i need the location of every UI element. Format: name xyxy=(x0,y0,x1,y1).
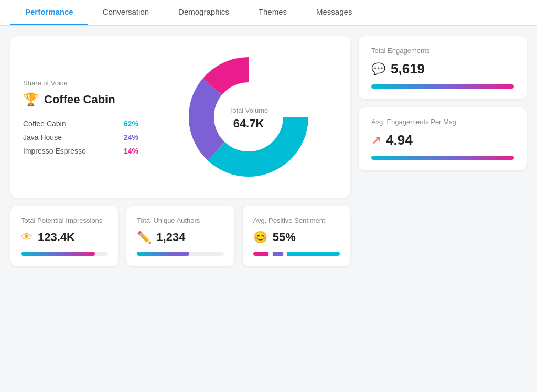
nav-tabs: Performance Conversation Demographics Th… xyxy=(0,0,537,26)
authors-bar-fill xyxy=(137,252,189,256)
sov-item-java-house: Java House 24% xyxy=(23,133,138,141)
impressions-bar-fill xyxy=(21,252,95,256)
avg-engagements-label: Avg. Engagements Per Msg xyxy=(371,118,514,126)
sov-item-impresso: Impresso Espresso 14% xyxy=(23,147,138,155)
donut-total-label: Total Volume xyxy=(229,106,268,114)
smile-icon: 😊 xyxy=(253,231,267,244)
donut-chart: Total Volume 64.7K xyxy=(159,49,338,185)
sov-item-pct-1: 62% xyxy=(124,119,138,128)
arrow-up-icon: ↗ xyxy=(371,134,381,147)
tab-conversation[interactable]: Conversation xyxy=(88,0,164,25)
sov-item-coffee-cabin: Coffee Cabin 62% xyxy=(23,119,138,128)
right-column: Total Engagements 💬 5,619 Avg. Engagemen… xyxy=(359,36,527,266)
sentiment-value: 55% xyxy=(273,231,296,244)
total-engagements-value: 5,619 xyxy=(391,61,425,77)
authors-label: Total Unique Authors xyxy=(137,216,223,224)
sov-item-name-3: Impresso Espresso xyxy=(23,147,86,155)
sentiment-card: Avg. Positive Sentiment 😊 55% xyxy=(243,206,350,266)
trophy-icon: 🏆 xyxy=(23,92,39,107)
pencil-icon: ✏️ xyxy=(137,231,151,244)
sov-label: Share of Voice xyxy=(23,79,138,87)
avg-engagements-card: Avg. Engagements Per Msg ↗ 4.94 xyxy=(359,107,527,170)
sov-item-name-2: Java House xyxy=(23,133,62,141)
sov-item-name-1: Coffee Cabin xyxy=(23,119,66,128)
sentiment-label: Avg. Positive Sentiment xyxy=(253,216,340,224)
total-engagements-card: Total Engagements 💬 5,619 xyxy=(359,36,527,99)
sentiment-value-row: 😊 55% xyxy=(253,231,340,244)
donut-svg: Total Volume 64.7K xyxy=(180,49,317,185)
impressions-progress-bar xyxy=(21,252,108,256)
sov-items: Coffee Cabin 62% Java House 24% Impresso… xyxy=(23,119,138,155)
avg-engagements-progress-bar xyxy=(371,156,514,160)
authors-card: Total Unique Authors ✏️ 1,234 xyxy=(126,206,234,266)
share-of-voice-card: Share of Voice 🏆 Coffee Cabin Coffee Cab… xyxy=(10,36,350,198)
avg-engagements-value-row: ↗ 4.94 xyxy=(371,132,514,148)
impressions-value: 123.4K xyxy=(38,231,75,244)
sov-brand-name: Coffee Cabin xyxy=(44,93,115,106)
sov-left: Share of Voice 🏆 Coffee Cabin Coffee Cab… xyxy=(23,79,138,155)
sentiment-bar-gap2 xyxy=(284,252,286,256)
total-engagements-label: Total Engagements xyxy=(371,47,514,55)
authors-value-row: ✏️ 1,234 xyxy=(137,231,223,244)
authors-progress-bar xyxy=(137,252,223,256)
total-engagements-value-row: 💬 5,619 xyxy=(371,61,514,77)
impressions-value-row: 👁 123.4K xyxy=(21,231,108,244)
sentiment-bar-purple xyxy=(273,252,283,256)
avg-engagements-value: 4.94 xyxy=(386,132,413,148)
tab-messages[interactable]: Messages xyxy=(302,0,367,25)
sentiment-progress-bar xyxy=(253,252,340,256)
sov-brand: 🏆 Coffee Cabin xyxy=(23,92,138,107)
bottom-row: Total Potential Impressions 👁 123.4K Tot… xyxy=(10,206,350,266)
sov-item-pct-3: 14% xyxy=(124,147,138,155)
eye-icon: 👁 xyxy=(21,231,33,244)
chat-icon: 💬 xyxy=(371,62,385,76)
impressions-label: Total Potential Impressions xyxy=(21,216,108,224)
sov-item-pct-2: 24% xyxy=(124,133,138,141)
impressions-card: Total Potential Impressions 👁 123.4K xyxy=(10,206,118,266)
authors-value: 1,234 xyxy=(156,231,185,244)
engagements-bar-fill xyxy=(371,84,514,89)
sentiment-bar-teal xyxy=(287,252,340,256)
tab-demographics[interactable]: Demographics xyxy=(164,0,244,25)
sentiment-bar-gap1 xyxy=(270,252,271,256)
tab-performance[interactable]: Performance xyxy=(10,0,88,25)
donut-total-value: 64.7K xyxy=(233,117,264,130)
sentiment-bar-red xyxy=(253,252,269,256)
engagements-progress-bar xyxy=(371,84,514,89)
main-content: Share of Voice 🏆 Coffee Cabin Coffee Cab… xyxy=(0,26,537,277)
tab-themes[interactable]: Themes xyxy=(244,0,302,25)
avg-engagements-bar-fill xyxy=(371,156,514,160)
